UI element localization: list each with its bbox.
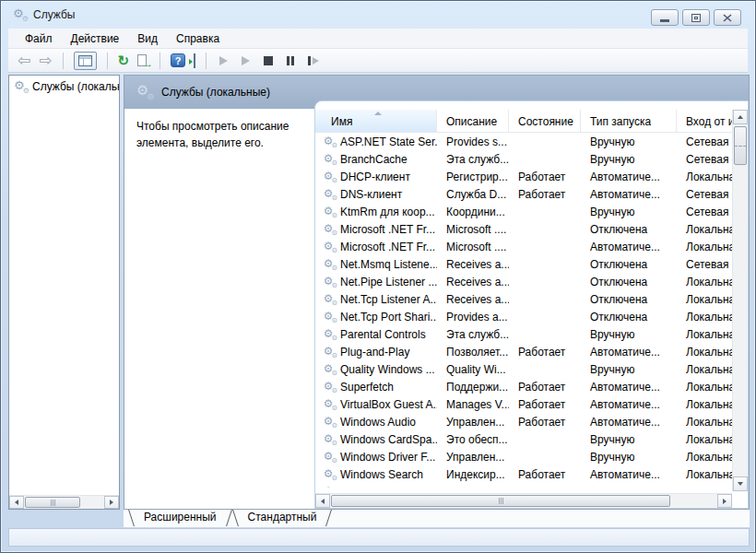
service-gear-icon: [324, 486, 337, 488]
column-header-status[interactable]: Состояние: [509, 110, 581, 132]
table-row[interactable]: Microsoft .NET Fr... Microsoft .... Авто…: [315, 238, 732, 255]
help-icon[interactable]: ?: [171, 53, 185, 67]
service-startup-type: Вручную: [581, 363, 677, 376]
service-status: Работает: [509, 171, 581, 183]
tab-extended[interactable]: Расширенный: [128, 510, 232, 527]
table-row[interactable]: Windows Search Индексир... Работает Авто…: [315, 465, 732, 483]
scrollbar-track[interactable]: [733, 124, 748, 477]
restore-button[interactable]: [682, 9, 710, 26]
tree-item-label: Службы (локальные): [32, 80, 119, 93]
service-status: Работает: [509, 468, 581, 481]
table-row[interactable]: Net.Pipe Listener ... Receives a... Откл…: [315, 273, 732, 290]
service-description: Manages V...: [437, 398, 509, 411]
service-name: Windows Driver F...: [340, 451, 435, 464]
pause-service-icon[interactable]: [287, 56, 294, 65]
action-pane-window-icon: [194, 53, 195, 68]
scroll-left-button[interactable]: [9, 496, 24, 509]
scrollbar-thumb[interactable]: [331, 495, 670, 507]
scrollbar-track[interactable]: [330, 494, 717, 508]
scroll-up-button[interactable]: [733, 110, 748, 124]
column-header-startup-type[interactable]: Тип запуска: [581, 110, 677, 132]
service-logon-as: Локальная сис: [677, 433, 732, 446]
column-header-description[interactable]: Описание: [437, 110, 509, 132]
restart-service-icon[interactable]: [308, 56, 319, 65]
export-list-icon[interactable]: →: [137, 54, 149, 67]
tree-item-services-local[interactable]: Службы (локальные): [9, 76, 119, 95]
table-row[interactable]: Net.Msmq Listene... Receives a... Отключ…: [315, 255, 732, 273]
scroll-right-button[interactable]: [104, 496, 119, 509]
close-button[interactable]: [714, 9, 741, 26]
service-logon-as: Локальная сис: [677, 346, 732, 359]
back-icon[interactable]: ⇦: [18, 53, 30, 68]
title-bar[interactable]: Службы: [1, 1, 755, 29]
menu-help[interactable]: Справка: [167, 29, 229, 48]
table-row[interactable]: Superfetch Поддержи... Работает Автомати…: [315, 378, 732, 395]
show-console-tree-button[interactable]: [74, 52, 97, 70]
service-startup-type: Отключена: [581, 311, 677, 324]
service-startup-type: Вручную: [581, 486, 677, 488]
console-tree-icon: [78, 55, 92, 66]
scrollbar-track[interactable]: [24, 496, 104, 509]
console-tree-panel: Службы (локальные): [8, 75, 120, 510]
table-row[interactable]: Windows Driver F... Управлен... Вручную …: [315, 448, 732, 465]
table-row[interactable]: Quality Windows ... Quality Wi... Вручну…: [315, 360, 732, 378]
service-name: Superfetch: [340, 381, 394, 394]
service-name: WMI Perf...: [340, 486, 396, 488]
menu-file[interactable]: Файл: [16, 29, 62, 48]
menu-view[interactable]: Вид: [128, 29, 167, 48]
tree-horizontal-scrollbar[interactable]: [9, 495, 119, 509]
service-description: Microsoft ....: [437, 223, 509, 236]
scrollbar-thumb[interactable]: [734, 126, 747, 165]
table-row[interactable]: ASP.NET State Ser... Provides s... Вручн…: [315, 133, 732, 150]
service-description: Управлен...: [437, 451, 509, 464]
service-logon-as: Локальная сис: [677, 363, 732, 376]
table-row[interactable]: Parental Controls Эта служб... Вручную Л…: [315, 325, 732, 343]
service-description: Provides p...: [437, 486, 509, 488]
table-row[interactable]: Microsoft .NET Fr... Microsoft .... Откл…: [315, 220, 732, 238]
table-row[interactable]: Plug-and-Play Позволяет... Работает Авто…: [315, 343, 732, 360]
details-pane: Службы (локальные) Чтобы просмотреть опи…: [124, 75, 750, 510]
table-row[interactable]: Net.Tcp Port Shari... Provides a... Откл…: [315, 308, 732, 325]
scroll-right-button[interactable]: [717, 494, 732, 508]
stop-service-icon[interactable]: [264, 56, 273, 65]
service-name: KtmRm для коор...: [340, 206, 435, 218]
selection-description: Чтобы просмотреть описание элемента, выд…: [136, 118, 310, 151]
table-row[interactable]: DHCP-клиент Регистрир... Работает Автома…: [315, 168, 732, 185]
table-row[interactable]: VirtualBox Guest A... Manages V... Работ…: [315, 395, 732, 413]
minimize-button[interactable]: [651, 9, 679, 26]
menu-action[interactable]: Действие: [62, 29, 129, 48]
service-startup-type: Автоматиче...: [581, 398, 677, 411]
resume-service-icon[interactable]: [242, 56, 250, 65]
table-row[interactable]: KtmRm для коор... Координи... Вручную Се…: [315, 203, 732, 220]
sort-ascending-icon: [374, 112, 382, 115]
menu-bar: Файл Действие Вид Справка: [8, 29, 748, 49]
refresh-icon[interactable]: ↻: [118, 54, 130, 67]
play-badge-icon: [189, 59, 193, 65]
list-vertical-scrollbar[interactable]: [732, 110, 748, 491]
list-horizontal-scrollbar[interactable]: [315, 493, 732, 508]
start-service-icon[interactable]: [219, 56, 228, 65]
column-header-name[interactable]: Имя: [315, 110, 437, 132]
services-node-icon: [14, 80, 28, 93]
service-gear-icon: [324, 328, 337, 340]
table-row[interactable]: BranchCache Эта служб... Вручную Сетевая…: [315, 150, 732, 168]
scroll-down-button[interactable]: [733, 477, 748, 491]
service-logon-as: Локальная сис: [677, 416, 732, 429]
show-action-pane-icon[interactable]: [194, 54, 195, 67]
service-description: Microsoft ....: [437, 241, 509, 253]
table-row[interactable]: Windows Audio Управлен... Работает Автом…: [315, 413, 732, 430]
services-app-icon: [13, 8, 27, 21]
toolbar-separator: [107, 53, 108, 69]
scroll-left-button[interactable]: [315, 494, 330, 508]
tab-standard[interactable]: Стандартный: [232, 510, 333, 527]
forward-icon[interactable]: ⇨: [39, 53, 52, 68]
table-row[interactable]: WMI Perf... Provides p... Вручную Локаль…: [315, 483, 732, 488]
table-row[interactable]: DNS-клиент Служба D... Работает Автомати…: [315, 185, 732, 203]
scrollbar-thumb[interactable]: [25, 497, 80, 508]
service-description: Provides a...: [437, 311, 509, 324]
service-name: DHCP-клиент: [340, 171, 410, 183]
table-row[interactable]: Net.Tcp Listener A... Receives a... Откл…: [315, 290, 732, 308]
column-header-logon-as[interactable]: Вход от имени: [677, 110, 732, 132]
export-arrow-icon: →: [143, 59, 153, 69]
table-row[interactable]: Windows CardSpa... Это обесп... Вручную …: [315, 430, 732, 448]
